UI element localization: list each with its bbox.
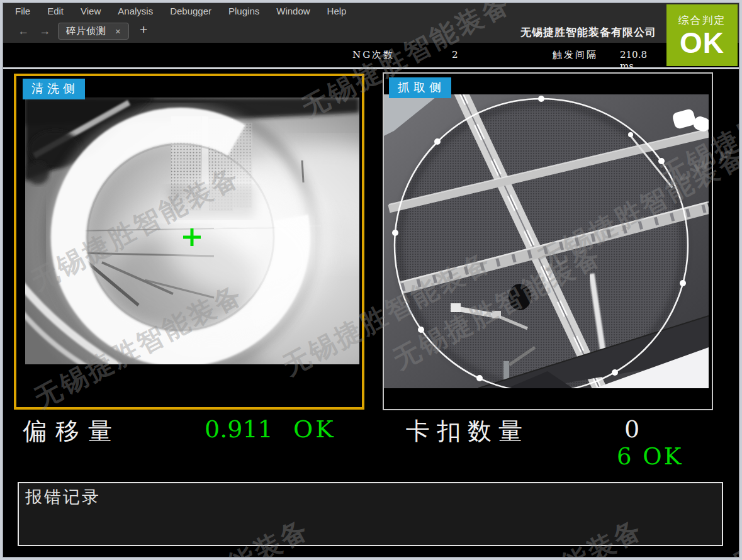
clip-count-value: 0 bbox=[624, 415, 639, 443]
new-tab-button[interactable]: + bbox=[140, 22, 147, 37]
forward-arrow-icon[interactable]: → bbox=[39, 23, 50, 38]
offset-metric-label: 偏移量 bbox=[23, 415, 121, 447]
back-arrow-icon[interactable]: ← bbox=[18, 23, 29, 38]
error-log-panel: 报错记录 bbox=[18, 482, 723, 546]
tab-fragment-detection[interactable]: 碎片侦测 × bbox=[58, 23, 129, 40]
error-log-title: 报错记录 bbox=[25, 486, 101, 508]
ng-count-label: NG次数 bbox=[352, 49, 395, 61]
menu-plugins[interactable]: Plugins bbox=[228, 6, 259, 16]
cleaning-side-image bbox=[25, 98, 359, 364]
cleaning-side-label: 清洗侧 bbox=[23, 79, 85, 99]
ng-count-value: 2 bbox=[452, 49, 458, 60]
menu-help[interactable]: Help bbox=[327, 6, 347, 16]
header-divider bbox=[3, 67, 739, 69]
menu-debugger[interactable]: Debugger bbox=[170, 6, 211, 16]
company-name: 无锡捷胜智能装备有限公司 bbox=[520, 25, 656, 40]
menu-analysis[interactable]: Analysis bbox=[118, 6, 153, 16]
grab-side-label: 抓取侧 bbox=[389, 77, 451, 98]
menu-bar: File Edit View Analysis Debugger Plugins… bbox=[3, 3, 739, 20]
trigger-interval-label: 触发间隔 bbox=[553, 49, 598, 61]
overall-verdict-panel: 综合判定 OK bbox=[666, 4, 738, 66]
clip-count-label: 卡扣数量 bbox=[406, 415, 529, 447]
tab-label: 碎片侦测 bbox=[66, 25, 106, 37]
verdict-value: OK bbox=[680, 28, 724, 58]
tab-bar: ← → 碎片侦测 × + 无锡捷胜智能装备有限公司 bbox=[3, 20, 739, 43]
offset-metric-value: 0.911 bbox=[205, 415, 273, 443]
status-bar: NG次数 2 触发间隔 210.8 ms bbox=[3, 43, 661, 67]
camera-view-cleaning-side: 清洗侧 bbox=[14, 74, 364, 410]
menu-window[interactable]: Window bbox=[276, 6, 310, 16]
offset-metric-status: OK bbox=[293, 415, 336, 443]
close-icon[interactable]: × bbox=[115, 26, 121, 36]
camera-view-grab-side: 抓取侧 bbox=[383, 72, 713, 410]
app-window: File Edit View Analysis Debugger Plugins… bbox=[0, 0, 742, 560]
grab-side-image bbox=[384, 94, 709, 388]
clip-count-status: 6 OK bbox=[617, 443, 683, 470]
verdict-label: 综合判定 bbox=[678, 13, 726, 28]
menu-view[interactable]: View bbox=[81, 6, 101, 16]
menu-file[interactable]: File bbox=[15, 6, 30, 16]
menu-edit[interactable]: Edit bbox=[47, 6, 64, 16]
